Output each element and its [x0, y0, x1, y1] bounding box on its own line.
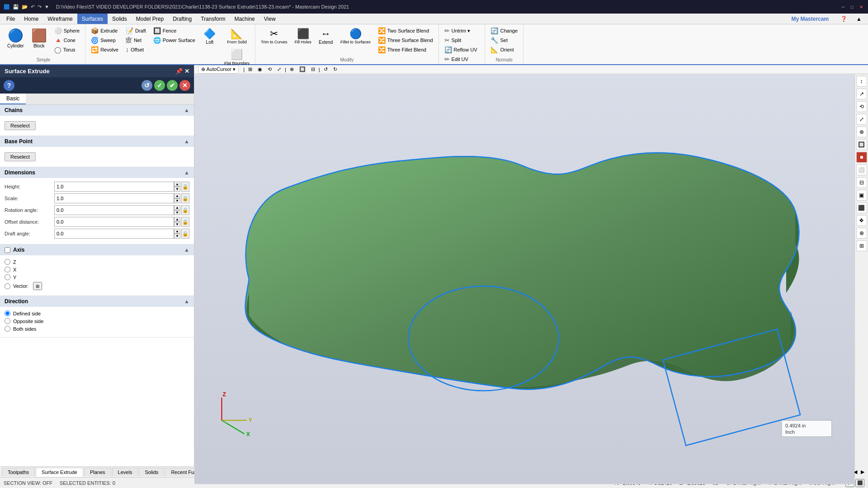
axis-y-radio[interactable] [5, 274, 10, 280]
ribbon-loft[interactable]: 🔷 Loft [200, 26, 220, 47]
my-mastercam[interactable]: My Mastercam [787, 14, 833, 24]
close-panel-button[interactable]: ✕ [179, 80, 190, 91]
ribbon-set[interactable]: 🔧 Set [488, 36, 520, 45]
viewport[interactable]: X Y Z 0.4924 in Inch [194, 74, 854, 484]
ribbon-fence[interactable]: 🔲 Fence [151, 26, 198, 35]
expand-icon[interactable]: ▲ [852, 14, 866, 24]
rotation-up[interactable]: ▲ [174, 205, 180, 210]
tab-planes[interactable]: Planes [84, 468, 111, 476]
rt-btn-4[interactable]: ⤢ [856, 114, 867, 125]
rotation-lock[interactable]: 🔒 [181, 205, 189, 215]
draft-down[interactable]: ▼ [174, 234, 180, 239]
draft-lock[interactable]: 🔒 [181, 229, 189, 239]
status-btn-2[interactable]: ⬛ [855, 479, 864, 487]
close-button[interactable]: ✕ [858, 4, 864, 10]
viewsheet-scroll-right[interactable]: ▶ [859, 468, 866, 476]
ribbon-three-surface-blend[interactable]: 🔀 Three Surface Blend [375, 36, 436, 45]
menu-home[interactable]: Home [19, 14, 43, 24]
offset-down[interactable]: ▼ [174, 222, 180, 227]
rt-btn-10[interactable]: ▣ [856, 190, 867, 201]
chains-reselect-button[interactable]: Reselect [5, 121, 36, 130]
base-point-header[interactable]: Base Point ▲ [0, 136, 194, 147]
axis-z-radio[interactable] [5, 259, 10, 265]
scale-input[interactable] [54, 193, 174, 203]
vp-tool4[interactable]: ⤢ [275, 66, 283, 73]
ribbon-sphere[interactable]: ⚪ Sphere [52, 26, 82, 35]
quick-access-open[interactable]: 📂 [22, 4, 28, 10]
quick-access-more[interactable]: ▼ [44, 4, 49, 9]
tab-solids[interactable]: Solids [139, 468, 164, 476]
ribbon-offset[interactable]: ↕ Offset [123, 45, 149, 54]
menu-view[interactable]: View [259, 14, 280, 24]
axis-checkbox[interactable] [5, 247, 10, 253]
ribbon-extrude[interactable]: 📦 Extrude [88, 26, 121, 35]
ribbon-untrim[interactable]: ✏ Untrim ▾ [442, 26, 482, 35]
rt-btn-12[interactable]: ❖ [856, 215, 867, 226]
menu-machine[interactable]: Machine [230, 14, 259, 24]
tab-basic[interactable]: Basic [0, 94, 26, 104]
offset-up[interactable]: ▲ [174, 217, 180, 222]
rt-btn-11[interactable]: ⬛ [856, 202, 867, 213]
ribbon-extend[interactable]: ↔ Extend [316, 26, 336, 47]
axis-vector-radio[interactable] [5, 283, 10, 289]
ribbon-trim-to-curves[interactable]: ✂ Trim to Curves [258, 26, 290, 47]
draft-up[interactable]: ▲ [174, 229, 180, 234]
ribbon-two-surface-blend[interactable]: 🔀 Two Surface Blend [375, 26, 436, 35]
tab-toolpaths[interactable]: Toolpaths [2, 468, 35, 476]
vp-tool6[interactable]: 🔲 [297, 66, 307, 73]
rt-btn-6[interactable]: 🔲 [856, 139, 867, 150]
vp-tool2[interactable]: ◉ [256, 66, 264, 73]
ribbon-three-fillet-blend[interactable]: 🔀 Three Fillet Blend [375, 45, 436, 54]
direction-header[interactable]: Direction ▲ [0, 296, 194, 307]
rt-btn-8[interactable]: ⬜ [856, 164, 867, 175]
height-up[interactable]: ▲ [174, 182, 180, 187]
offset-lock[interactable]: 🔒 [181, 217, 189, 227]
rt-btn-7[interactable]: ■ [856, 152, 867, 163]
ribbon-power-surface[interactable]: 🌐 Power Surface [151, 36, 198, 45]
vp-tool9[interactable]: ↻ [331, 66, 339, 73]
vp-tool1[interactable]: ⊞ [246, 66, 254, 73]
vp-tool7[interactable]: ⊟ [309, 66, 317, 73]
ribbon-cylinder[interactable]: 🔵 Cylinder [5, 26, 27, 51]
both-sides-radio[interactable] [5, 326, 10, 332]
ribbon-cone[interactable]: 🔺 Cone [52, 36, 82, 45]
reset-button[interactable]: ↺ [142, 80, 152, 91]
ribbon-draft[interactable]: 📝 Draft [123, 26, 149, 35]
menu-model-prep[interactable]: Model Prep [132, 14, 168, 24]
tab-levels[interactable]: Levels [112, 468, 138, 476]
dimensions-header[interactable]: Dimensions ▲ [0, 167, 194, 178]
ribbon-block[interactable]: 🟫 Block [28, 26, 50, 51]
rt-btn-5[interactable]: ⊕ [856, 127, 867, 137]
ribbon-edit-uv[interactable]: ✏ Edit UV [442, 55, 482, 64]
ok-button[interactable]: ✓ [154, 80, 165, 91]
ribbon-flat-boundary[interactable]: ⬜ Flat Boundary [222, 47, 252, 67]
rt-btn-13[interactable]: ⊕ [856, 228, 867, 239]
panel-pin[interactable]: 📌 [175, 68, 183, 75]
rt-btn-9[interactable]: ⊟ [856, 177, 867, 188]
ribbon-fillet-to-surfaces[interactable]: 🔵 Fillet to Surfaces [338, 26, 373, 47]
ribbon-from-solid[interactable]: 📐 From Solid [222, 26, 252, 47]
ribbon-net[interactable]: 🕸 Net [123, 36, 149, 45]
ribbon-fill-holes[interactable]: ⬛ Fill Holes [292, 26, 314, 47]
ribbon-torus[interactable]: ◯ Torus [52, 45, 82, 54]
scale-up[interactable]: ▲ [174, 193, 180, 198]
rt-btn-2[interactable]: ↗ [856, 89, 867, 99]
quick-access-redo[interactable]: ↷ [38, 4, 42, 10]
menu-drafting[interactable]: Drafting [168, 14, 196, 24]
menu-surfaces[interactable]: Surfaces [77, 14, 108, 24]
draft-input[interactable] [54, 229, 174, 239]
opposite-side-radio[interactable] [5, 318, 10, 324]
ribbon-change[interactable]: 🔄 Change [488, 26, 520, 35]
ribbon-reflow-uv[interactable]: 🔄 Reflow UV [442, 45, 482, 54]
ribbon-revolve[interactable]: 🔁 Revolve [88, 45, 121, 54]
height-input[interactable] [54, 182, 174, 192]
base-point-reselect-button[interactable]: Reselect [5, 152, 36, 161]
rt-btn-14[interactable]: ⊞ [856, 240, 867, 251]
height-lock[interactable]: 🔒 [181, 182, 189, 192]
menu-transform[interactable]: Transform [196, 14, 230, 24]
rt-btn-1[interactable]: ↕ [856, 76, 867, 87]
scale-lock[interactable]: 🔒 [181, 193, 189, 203]
offset-input[interactable] [54, 217, 174, 227]
autocursor-btn[interactable]: ⊕ AutoCursor ▾ [198, 65, 239, 74]
rotation-down[interactable]: ▼ [174, 210, 180, 215]
